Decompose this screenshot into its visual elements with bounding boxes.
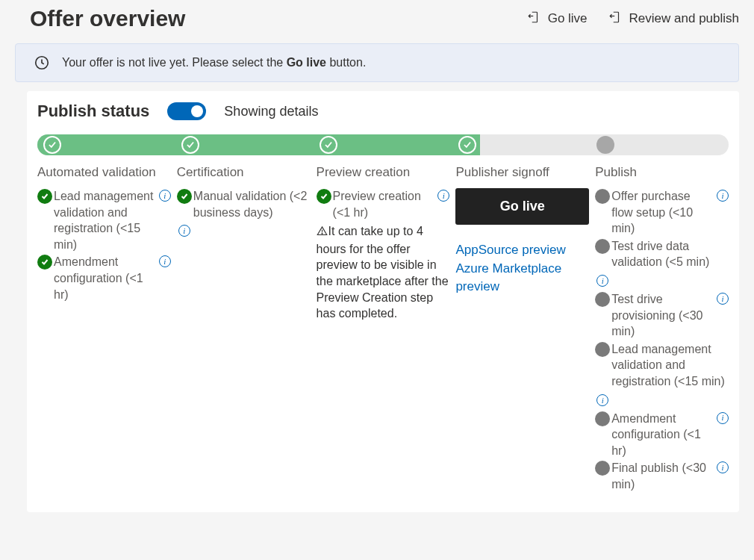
svg-point-2 [322, 233, 323, 234]
info-icon[interactable]: i [596, 394, 608, 406]
task-item: Offer purchase flow setup (<10 min) i [595, 188, 729, 237]
task-label: Preview creation (<1 hr) [333, 188, 435, 220]
info-icon[interactable]: i [596, 275, 608, 287]
info-icon[interactable]: i [437, 190, 449, 202]
task-item: Amendment configuration (<1 hr) i [595, 411, 729, 459]
task-label: Lead management validation and registrat… [611, 341, 729, 390]
pending-dot-icon [595, 461, 610, 476]
stage-automated-validation: Automated validation Lead management val… [37, 164, 171, 494]
task-item: Preview creation (<1 hr) i [317, 188, 450, 220]
publish-icon [608, 10, 622, 28]
details-toggle[interactable] [167, 102, 206, 120]
info-icon[interactable]: i [717, 461, 729, 473]
stage-title: Publisher signoff [455, 164, 589, 181]
task-item: Lead management validation and registrat… [37, 188, 171, 252]
task-item: Amendment configuration (<1 hr) i [37, 254, 171, 302]
check-circle-icon [37, 189, 52, 204]
task-item: Final publish (<30 min) i [595, 460, 729, 492]
task-label: Amendment configuration (<1 hr) [611, 411, 714, 459]
pending-dot-icon [595, 411, 610, 426]
pending-dot-icon [595, 342, 610, 357]
info-icon[interactable]: i [178, 225, 190, 237]
stage-title: Certification [177, 164, 311, 181]
info-icon[interactable]: i [717, 190, 729, 202]
review-publish-label: Review and publish [629, 11, 739, 26]
task-item: Manual validation (<2 business days) [177, 188, 311, 220]
stage-title: Preview creation [317, 164, 450, 181]
check-circle-icon [317, 189, 331, 204]
check-circle-icon [177, 189, 192, 204]
details-toggle-label: Showing details [224, 104, 318, 119]
appsource-preview-link[interactable]: AppSource preview [455, 241, 589, 260]
warning-icon [317, 225, 328, 241]
progress-track [37, 134, 729, 155]
page-title: Offer overview [30, 6, 527, 31]
task-item: Lead management validation and registrat… [595, 341, 729, 390]
task-label: Lead management validation and registrat… [54, 188, 156, 252]
stage-marker-done [320, 136, 337, 154]
go-live-button[interactable]: Go live [455, 188, 589, 225]
pending-dot-icon [595, 292, 610, 307]
stage-marker-done [43, 136, 61, 154]
stage-publisher-signoff: Publisher signoff Go live AppSource prev… [455, 164, 589, 494]
pending-dot-icon [595, 239, 610, 254]
task-label: Test drive provisioning (<30 min) [611, 291, 714, 340]
stage-marker-done [181, 136, 199, 154]
stage-marker-done [458, 136, 476, 154]
task-label: Final publish (<30 min) [611, 460, 714, 492]
task-label: Test drive data validation (<5 min) [611, 238, 729, 270]
publish-icon [527, 10, 540, 28]
clock-icon [34, 55, 50, 71]
stage-publish: Publish Offer purchase flow setup (<10 m… [595, 164, 729, 494]
stage-preview-creation: Preview creation Preview creation (<1 hr… [317, 164, 450, 494]
task-label: Amendment configuration (<1 hr) [54, 254, 156, 302]
info-icon[interactable]: i [717, 293, 729, 305]
review-publish-action[interactable]: Review and publish [608, 10, 739, 28]
task-label: Offer purchase flow setup (<10 min) [611, 188, 714, 237]
stage-marker-idle [596, 136, 614, 154]
stage-title: Automated validation [37, 164, 171, 181]
task-label: Manual validation (<2 business days) [193, 188, 311, 220]
task-item: Test drive data validation (<5 min) [595, 238, 729, 270]
task-item: Test drive provisioning (<30 min) i [595, 291, 729, 340]
stage-certification: Certification Manual validation (<2 busi… [177, 164, 311, 494]
pending-dot-icon [595, 189, 610, 204]
stage-title: Publish [595, 164, 729, 181]
go-live-action[interactable]: Go live [527, 10, 588, 28]
go-live-label: Go live [548, 11, 588, 26]
info-icon[interactable]: i [717, 412, 729, 424]
azure-marketplace-preview-link[interactable]: Azure Marketplace preview [455, 260, 589, 296]
info-icon[interactable]: i [159, 255, 171, 267]
info-icon[interactable]: i [159, 190, 171, 202]
info-banner: Your offer is not live yet. Please selec… [15, 43, 739, 82]
preview-note: It can take up to 4 hours for the offer … [317, 223, 450, 322]
publish-status-title: Publish status [37, 102, 149, 121]
banner-text: Your offer is not live yet. Please selec… [62, 56, 366, 69]
check-circle-icon [37, 255, 52, 270]
